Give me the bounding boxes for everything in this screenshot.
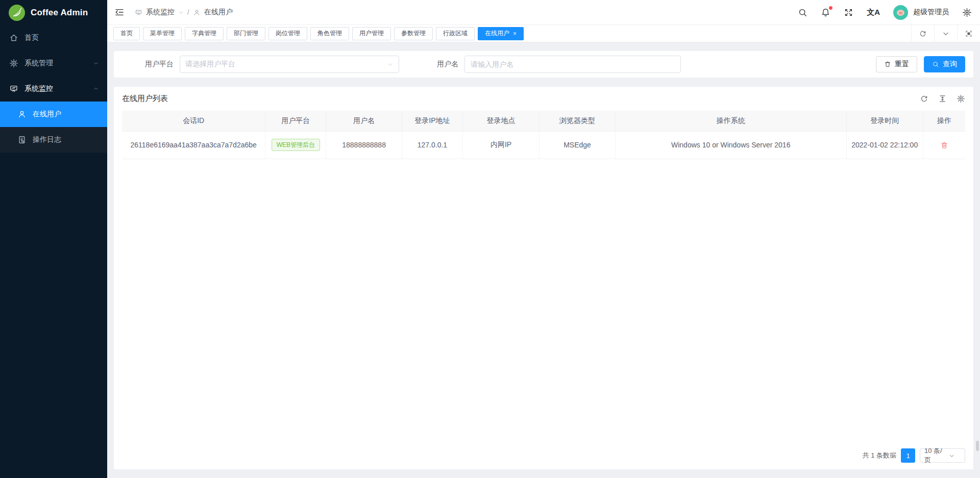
user-name[interactable]: 超级管理员	[913, 8, 949, 17]
platform-tag: WEB管理后台	[272, 139, 320, 152]
column-settings-gear-icon[interactable]	[957, 94, 965, 103]
sidebar-item-label: 首页	[24, 33, 39, 42]
query-button-label: 查询	[943, 60, 957, 69]
content-maximize-button[interactable]	[957, 25, 980, 42]
notification-badge	[829, 6, 832, 10]
tab-dept-management[interactable]: 部门管理	[227, 27, 265, 40]
tab-label: 字典管理	[192, 29, 216, 38]
username-input[interactable]	[464, 56, 681, 73]
page-1-button[interactable]: 1	[901, 448, 915, 463]
chevron-down-icon	[943, 452, 961, 459]
platform-select[interactable]: 请选择用户平台	[180, 56, 399, 73]
monitor-icon	[135, 9, 142, 16]
tab-label: 部门管理	[234, 29, 258, 38]
tab-dict-management[interactable]: 字典管理	[185, 27, 224, 40]
tab-label: 行政区域	[443, 29, 468, 38]
reset-button[interactable]: 重置	[876, 56, 917, 72]
chevron-down-icon	[387, 61, 394, 68]
notification-bell-icon[interactable]	[821, 8, 830, 17]
tab-close-icon[interactable]: ×	[513, 31, 517, 37]
home-icon	[9, 33, 18, 42]
search-icon[interactable]	[798, 8, 807, 17]
tab-home[interactable]: 首页	[113, 27, 140, 40]
sidebar-submenu: 在线用户 操作日志	[0, 102, 107, 153]
chevron-down-icon	[93, 60, 99, 66]
sidebar: Coffee Admin 首页 系统管理 系统监控 在线用户	[0, 0, 107, 478]
delete-row-trash-icon[interactable]	[940, 141, 948, 149]
refresh-icon	[919, 30, 927, 38]
page-size-select[interactable]: 10 条/页	[920, 448, 965, 463]
search-icon	[932, 61, 939, 68]
table-header-row: 会话ID 用户平台 用户名 登录IP地址 登录地点 浏览器类型 操作系统 登录时…	[122, 111, 965, 131]
col-actions: 操作	[923, 111, 965, 131]
tab-menu-management[interactable]: 菜单管理	[143, 27, 182, 40]
settings-gear-icon[interactable]	[962, 8, 972, 17]
row-height-icon[interactable]	[938, 94, 947, 103]
tab-label: 首页	[120, 29, 133, 38]
sidebar-item-home[interactable]: 首页	[0, 25, 107, 51]
tabs-more-button[interactable]	[934, 25, 957, 42]
header-actions: 文A 超级管理员	[798, 5, 972, 20]
sidebar-item-system-management[interactable]: 系统管理	[0, 51, 107, 76]
tab-strip: 首页 菜单管理 字典管理 部门管理 岗位管理 角色管理 用户管理 参数管理 行政…	[107, 25, 980, 42]
breadcrumb-separator: /	[187, 8, 189, 16]
fullscreen-icon[interactable]	[844, 8, 853, 17]
monitor-icon	[9, 84, 18, 93]
app-logo[interactable]: Coffee Admin	[0, 0, 107, 25]
page-content: 用户平台 请选择用户平台 用户名 重置 查询	[107, 42, 980, 478]
pagination-total: 共 1 条数据	[863, 451, 896, 460]
scrollbar-thumb[interactable]	[976, 441, 979, 451]
query-button[interactable]: 查询	[924, 56, 965, 72]
cell-login-time: 2022-01-02 22:12:00	[846, 131, 923, 159]
tab-post-management[interactable]: 岗位管理	[268, 27, 307, 40]
top-header: 系统监控 / 在线用户 文A 超级管理员	[107, 0, 980, 25]
online-users-table: 会话ID 用户平台 用户名 登录IP地址 登录地点 浏览器类型 操作系统 登录时…	[122, 111, 965, 159]
tab-param-management[interactable]: 参数管理	[394, 27, 433, 40]
user-avatar[interactable]	[893, 5, 908, 20]
sidebar-subitem-operation-log[interactable]: 操作日志	[0, 127, 107, 153]
tab-label: 在线用户	[485, 29, 509, 38]
chevron-down-icon	[942, 30, 950, 38]
tab-label: 菜单管理	[150, 29, 175, 38]
sidebar-item-system-monitor[interactable]: 系统监控	[0, 76, 107, 102]
main-area: 系统监控 / 在线用户 文A 超级管理员 首页 菜单管理 字典管理	[107, 0, 980, 478]
page-size-value: 10 条/页	[924, 446, 943, 465]
tabs-refresh-button[interactable]	[911, 25, 934, 42]
platform-select-placeholder: 请选择用户平台	[185, 60, 387, 69]
chevron-down-icon[interactable]	[178, 10, 184, 15]
cell-browser: MSEdge	[540, 131, 616, 159]
tab-label: 岗位管理	[276, 29, 300, 38]
tab-label: 用户管理	[359, 29, 384, 38]
col-platform: 用户平台	[265, 111, 326, 131]
sidebar-item-label: 系统监控	[24, 84, 53, 93]
menu-fold-icon[interactable]	[114, 7, 125, 17]
tab-online-user[interactable]: 在线用户 ×	[478, 27, 524, 40]
sidebar-item-label: 在线用户	[33, 110, 61, 119]
user-icon	[17, 110, 27, 119]
tab-label: 角色管理	[317, 29, 342, 38]
breadcrumb-parent[interactable]: 系统监控	[146, 8, 175, 17]
cell-os: Windows 10 or Windows Server 2016	[615, 131, 846, 159]
pagination: 共 1 条数据 1 10 条/页	[863, 448, 965, 463]
tab-role-management[interactable]: 角色管理	[310, 27, 349, 40]
sidebar-subitem-online-user[interactable]: 在线用户	[0, 102, 107, 127]
col-login-ip: 登录IP地址	[402, 111, 462, 131]
gear-icon	[9, 59, 18, 68]
col-login-time: 登录时间	[846, 111, 923, 131]
cell-login-ip: 127.0.0.1	[402, 131, 462, 159]
reset-button-label: 重置	[895, 60, 909, 69]
user-icon	[193, 9, 201, 16]
col-login-location: 登录地点	[462, 111, 539, 131]
tab-admin-region[interactable]: 行政区域	[436, 27, 475, 40]
card-header: 在线用户列表	[122, 87, 965, 111]
maximize-icon	[965, 30, 973, 38]
leaf-logo-icon	[8, 4, 26, 21]
sidebar-item-label: 操作日志	[33, 135, 61, 144]
cell-session-id: 26118e6169aa41a387aa3ca7a7d2a6be	[122, 131, 265, 159]
refresh-icon[interactable]	[920, 94, 928, 103]
translate-icon[interactable]: 文A	[867, 8, 880, 17]
table-row: 26118e6169aa41a387aa3ca7a7d2a6be WEB管理后台…	[122, 131, 965, 159]
cell-login-location: 内网IP	[462, 131, 539, 159]
col-os: 操作系统	[615, 111, 846, 131]
tab-user-management[interactable]: 用户管理	[352, 27, 391, 40]
